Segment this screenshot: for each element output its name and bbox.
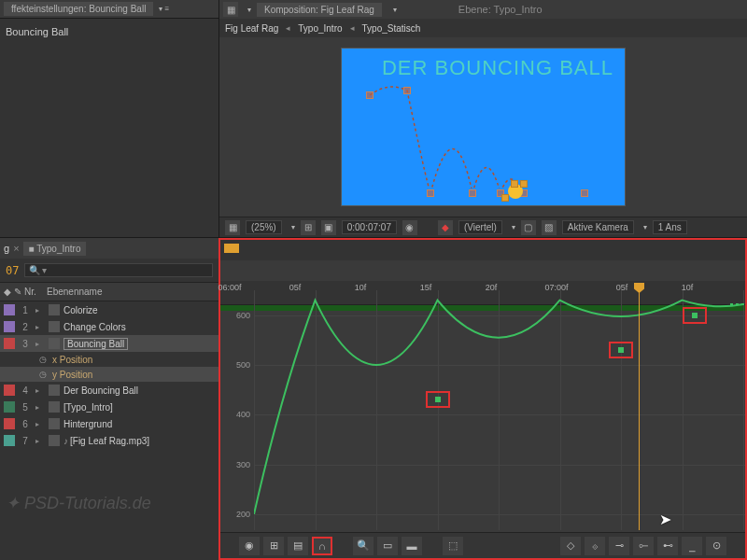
graph-plot-area[interactable]: 200300400500600 bbox=[220, 290, 745, 530]
layer-row[interactable]: 7 ▸ [Fig Leaf Rag.mp3] bbox=[0, 432, 218, 449]
comp-header-tab[interactable]: Komposition: Fig Leaf Rag bbox=[257, 3, 382, 17]
stopwatch-icon[interactable]: ◷ bbox=[37, 369, 49, 380]
layer-number: 3 bbox=[19, 339, 32, 349]
separate-dimensions-icon[interactable]: ⬚ bbox=[443, 537, 463, 555]
layer-color-label[interactable] bbox=[4, 435, 15, 446]
layer-row[interactable]: 5 ▸ [Typo_Intro] bbox=[0, 399, 218, 415]
layer-color-label[interactable] bbox=[4, 401, 15, 413]
timeline-timecode[interactable]: 07 bbox=[6, 264, 19, 277]
chevron-down-icon[interactable]: ▾ bbox=[247, 6, 251, 14]
layer-name[interactable]: Der Bouncing Ball bbox=[63, 385, 138, 396]
current-time[interactable]: 0:00:07:07 bbox=[342, 220, 397, 234]
layer-row[interactable]: 4 ▸ Der Bouncing Ball bbox=[0, 382, 218, 399]
twirl-icon[interactable]: ▸ bbox=[35, 420, 45, 428]
layer-row[interactable]: 3 ▸ Bouncing Ball bbox=[0, 335, 218, 352]
comp-viewer[interactable]: DER BOUNCING BALL bbox=[219, 37, 747, 217]
fit-icon[interactable]: ▭ bbox=[377, 537, 398, 555]
layer-name[interactable]: Colorize bbox=[63, 305, 98, 315]
keyframe-handle[interactable] bbox=[469, 189, 476, 197]
comp-breadcrumb: Fig Leaf Rag◂ Typo_Intro◂ Typo_Statisch bbox=[219, 19, 747, 37]
resolution-dropdown[interactable]: (Viertel) bbox=[458, 220, 502, 234]
convert-icon[interactable]: ⟐ bbox=[585, 537, 605, 555]
layer-row[interactable]: 6 ▸ Hintergrund bbox=[0, 415, 218, 432]
property-row[interactable]: ◷ y Position bbox=[0, 367, 218, 382]
selected-handle[interactable] bbox=[520, 180, 528, 188]
twirl-icon[interactable]: ▸ bbox=[35, 340, 45, 348]
roi-icon[interactable]: ▢ bbox=[521, 220, 536, 235]
eye-icon[interactable]: ◉ bbox=[239, 537, 260, 555]
fit-all-icon[interactable]: ▬ bbox=[402, 537, 422, 555]
layer-color-label[interactable] bbox=[4, 338, 15, 349]
safe-zones-icon[interactable]: ⊞ bbox=[301, 220, 316, 235]
graph-editor-toolbar: ◉ ⊞ ▤ ∩ 🔍 ▭ ▬ ⬚ ◇ ⟐ ⊸ ⟜ ⊷ ⎯ ⊙ bbox=[220, 532, 745, 558]
breadcrumb-item[interactable]: Typo_Statisch bbox=[362, 23, 421, 34]
show-graph-icon[interactable]: ▤ bbox=[288, 537, 308, 555]
ease-out-icon[interactable]: ⊷ bbox=[657, 537, 678, 555]
camera-dropdown[interactable]: Aktive Kamera bbox=[562, 220, 634, 234]
layer-name[interactable]: Change Colors bbox=[63, 322, 126, 332]
graph-editor[interactable]: 06:00f05f10f15f20f07:00f05f10f15f 200300… bbox=[218, 238, 747, 560]
breadcrumb-item[interactable]: Typo_Intro bbox=[298, 23, 342, 34]
grid-icon[interactable]: ▦ bbox=[225, 220, 240, 235]
mask-icon[interactable]: ▣ bbox=[321, 220, 336, 235]
layer-row[interactable]: 1 ▸ Colorize bbox=[0, 301, 218, 318]
layer-color-label[interactable] bbox=[4, 321, 15, 332]
keyframe-handle[interactable] bbox=[366, 91, 374, 99]
layer-name[interactable]: [Fig Leaf Rag.mp3] bbox=[63, 436, 149, 446]
views-dropdown[interactable]: 1 Ans bbox=[653, 220, 687, 234]
effects-panel-header[interactable]: ffekteinstellungen: Bouncing Ball ▾ ≡ bbox=[0, 0, 218, 19]
selected-handle[interactable] bbox=[501, 194, 509, 202]
edit-keyframe-icon[interactable]: ◇ bbox=[560, 537, 581, 555]
zoom-icon[interactable]: 🔍 bbox=[353, 537, 374, 555]
close-tab-icon[interactable]: × bbox=[13, 243, 19, 254]
layer-color-label[interactable] bbox=[4, 385, 15, 396]
comp-name-text: Bouncing Ball bbox=[4, 22, 215, 41]
current-time-indicator[interactable] bbox=[639, 290, 640, 530]
layer-name[interactable]: [Typo_Intro] bbox=[63, 402, 113, 413]
ease-in-icon[interactable]: ⟜ bbox=[633, 537, 654, 555]
stopwatch-icon[interactable]: ◷ bbox=[37, 354, 49, 365]
keyframe-handle[interactable] bbox=[581, 189, 588, 197]
layer-type-icon bbox=[49, 338, 60, 349]
value-curve[interactable] bbox=[254, 290, 747, 514]
timeline-tab[interactable]: ■ Typo_Intro bbox=[23, 242, 87, 256]
keyframe-handle[interactable] bbox=[403, 87, 411, 94]
twirl-icon[interactable]: ▸ bbox=[35, 386, 45, 395]
layer-color-label[interactable] bbox=[4, 304, 15, 315]
keyframe-point[interactable] bbox=[692, 313, 698, 318]
graph-type-icon[interactable]: ⊞ bbox=[263, 537, 284, 555]
keyframe-point[interactable] bbox=[435, 397, 441, 402]
snapshot-icon[interactable]: ◉ bbox=[402, 220, 417, 235]
keyframe-point[interactable] bbox=[618, 347, 624, 353]
layer-type-icon bbox=[49, 385, 60, 396]
property-row[interactable]: ◷ x Position bbox=[0, 352, 218, 367]
keyframe-handle[interactable] bbox=[427, 189, 434, 197]
chevron-down-icon[interactable]: ▾ bbox=[393, 6, 397, 14]
panel-menu-icon[interactable]: ▾ ≡ bbox=[159, 5, 169, 13]
twirl-icon[interactable]: ▸ bbox=[35, 323, 45, 331]
layer-name[interactable]: Hintergrund bbox=[63, 419, 112, 429]
layer-search-input[interactable]: 🔍▾ bbox=[24, 263, 213, 277]
twirl-icon[interactable]: ▸ bbox=[35, 437, 45, 445]
comp-canvas[interactable]: DER BOUNCING BALL bbox=[341, 48, 626, 206]
layer-number: 2 bbox=[19, 322, 32, 332]
breadcrumb-item[interactable]: Fig Leaf Rag bbox=[225, 23, 278, 34]
layer-row[interactable]: 2 ▸ Change Colors bbox=[0, 318, 218, 335]
linear-icon[interactable]: ⎯ bbox=[682, 537, 702, 555]
layer-name[interactable]: Bouncing Ball bbox=[63, 338, 128, 350]
auto-bezier-icon[interactable]: ⊙ bbox=[706, 537, 726, 555]
layer-number: 4 bbox=[19, 385, 32, 396]
property-name: y Position bbox=[52, 370, 92, 380]
transparency-icon[interactable]: ▨ bbox=[542, 220, 557, 235]
snap-icon[interactable]: ∩ bbox=[312, 537, 332, 555]
work-area-start[interactable] bbox=[224, 244, 239, 253]
twirl-icon[interactable]: ▸ bbox=[35, 403, 45, 412]
viewer-footer: ▦ (25%)▾ ⊞ ▣ 0:00:07:07 ◉ ◆ (Viertel)▾ ▢… bbox=[219, 217, 747, 237]
twirl-icon[interactable]: ▸ bbox=[35, 306, 45, 315]
effects-tab[interactable]: ffekteinstellungen: Bouncing Ball bbox=[4, 2, 153, 16]
ease-icon[interactable]: ⊸ bbox=[609, 537, 629, 555]
zoom-dropdown[interactable]: (25%) bbox=[246, 220, 282, 234]
channels-icon[interactable]: ◆ bbox=[438, 220, 453, 235]
layer-color-label[interactable] bbox=[4, 418, 15, 429]
selected-handle[interactable] bbox=[511, 180, 518, 188]
